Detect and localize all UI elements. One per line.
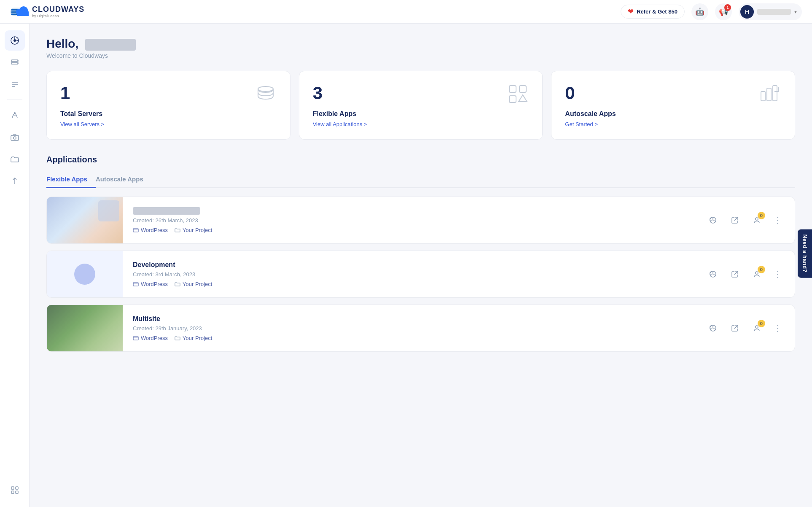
app-thumbnail-1	[47, 197, 123, 243]
camera-icon	[10, 132, 19, 142]
user-name-greeting-blur	[85, 39, 136, 51]
get-started-link[interactable]: Get Started >	[565, 121, 781, 127]
help-tab[interactable]: Need a hand?	[798, 229, 812, 278]
tab-autoscale-apps[interactable]: Autoscale Apps	[96, 171, 152, 188]
external-link-button-2[interactable]	[727, 267, 742, 282]
more-menu-button-3[interactable]: ⋮	[771, 321, 785, 335]
sidebar-item-migration[interactable]	[5, 171, 25, 191]
logo: CLOUDWAYS by DigitalOcean	[10, 4, 94, 19]
user-menu-button[interactable]: H ▾	[739, 3, 802, 20]
svg-rect-24	[16, 487, 18, 489]
app-info-1: Created: 26th March, 2023 WordPress Y	[123, 200, 705, 240]
more-menu-button-2[interactable]: ⋮	[771, 267, 785, 281]
view-all-apps-link[interactable]: View all Applications >	[313, 121, 529, 127]
notification-button[interactable]: 📢 1	[715, 3, 732, 20]
sidebar-item-monitor[interactable]	[5, 127, 25, 147]
external-link-icon	[731, 216, 739, 224]
svg-point-27	[258, 86, 273, 92]
svg-rect-35	[133, 229, 138, 232]
tab-flexible-apps[interactable]: Flexible Apps	[46, 171, 96, 188]
app-name-row-2: Development	[133, 261, 695, 269]
history-icon	[709, 216, 717, 224]
app-tabs: Flexible Apps Autoscale Apps	[46, 171, 795, 188]
view-all-servers-link[interactable]: View all Servers >	[60, 121, 277, 127]
svg-rect-29	[519, 86, 526, 92]
svg-rect-32	[761, 92, 765, 101]
svg-line-38	[734, 217, 738, 221]
svg-rect-34	[773, 86, 777, 101]
main-content: Hello, Welcome to Cloudways 1 Total Serv…	[30, 24, 812, 507]
app-project-3: Your Project	[175, 335, 212, 341]
app-platform-1: WordPress	[133, 227, 168, 233]
sidebar-item-dashboard[interactable]	[5, 30, 25, 51]
deploy-icon	[10, 111, 19, 120]
app-created-3: Created: 29th January, 2023	[133, 325, 695, 332]
hello-text: Hello,	[46, 37, 78, 50]
folder-tag-icon-3	[175, 335, 180, 341]
sidebar-item-servers[interactable]	[5, 52, 25, 73]
svg-point-15	[17, 63, 18, 64]
svg-rect-25	[11, 491, 14, 494]
backup-button-2[interactable]	[705, 267, 721, 282]
svg-point-14	[17, 60, 18, 61]
collaborator-button-3[interactable]: 0	[749, 321, 764, 336]
backup-button-3[interactable]	[705, 321, 721, 336]
svg-rect-7	[17, 12, 29, 16]
topnav: CLOUDWAYS by DigitalOcean ❤ Refer & Get …	[0, 0, 812, 24]
wordpress-icon-2	[133, 281, 139, 287]
list-icon	[10, 80, 19, 89]
svg-rect-41	[133, 283, 138, 286]
refer-button[interactable]: ❤ Refer & Get $50	[621, 5, 685, 19]
svg-rect-28	[509, 86, 516, 92]
flexible-apps-count: 3	[313, 83, 529, 103]
more-menu-button-1[interactable]: ⋮	[771, 213, 785, 227]
history-icon-2	[709, 270, 717, 278]
history-icon-3	[709, 324, 717, 332]
app-tags-2: WordPress Your Project	[133, 281, 695, 287]
flexible-apps-label: Flexible Apps	[313, 110, 529, 118]
stat-card-servers: 1 Total Servers View all Servers >	[46, 71, 290, 140]
svg-line-44	[734, 271, 738, 275]
svg-rect-26	[16, 491, 18, 494]
dashboard-icon	[10, 36, 19, 45]
stat-card-autoscale: 0 Autoscale Apps Get Started >	[551, 71, 795, 140]
bot-icon-button[interactable]: 🤖	[691, 3, 708, 20]
grid-icon	[10, 485, 19, 495]
sidebar-divider	[7, 100, 22, 100]
app-card-2: Development Created: 3rd March, 2023 Wor…	[46, 251, 795, 298]
svg-rect-20	[11, 135, 19, 140]
logo-sub: by DigitalOcean	[32, 14, 84, 18]
sidebar-item-grid[interactable]	[5, 480, 25, 500]
app-name-3: Multisite	[133, 315, 160, 323]
app-card-1: Created: 26th March, 2023 WordPress Y	[46, 197, 795, 244]
svg-point-40	[74, 264, 95, 285]
svg-point-45	[756, 272, 758, 274]
servers-icon	[10, 58, 19, 67]
app-tags-1: WordPress Your Project	[133, 227, 695, 233]
app-project-1: Your Project	[175, 227, 212, 233]
migration-icon	[10, 176, 19, 186]
app-name-row-3: Multisite	[133, 315, 695, 323]
app-created-2: Created: 3rd March, 2023	[133, 271, 695, 278]
svg-point-39	[756, 218, 758, 220]
greeting-heading: Hello,	[46, 37, 795, 51]
folder-tag-icon-2	[175, 281, 180, 287]
backup-button-1[interactable]	[705, 213, 721, 228]
app-actions-3: 0 ⋮	[705, 321, 795, 336]
avatar: H	[740, 5, 754, 19]
app-name-2: Development	[133, 261, 175, 269]
logo-text: CLOUDWAYS by DigitalOcean	[32, 5, 84, 18]
external-link-button-1[interactable]	[727, 213, 742, 228]
refer-label: Refer & Get $50	[637, 8, 678, 15]
sidebar-item-projects[interactable]	[5, 149, 25, 169]
collaborator-button-1[interactable]: 0	[749, 213, 764, 228]
svg-line-49	[734, 325, 738, 329]
external-link-button-3[interactable]	[727, 321, 742, 336]
collaborator-button-2[interactable]: 0	[749, 267, 764, 282]
sidebar-item-deploy[interactable]	[5, 105, 25, 125]
sidebar	[0, 24, 30, 507]
sidebar-item-applications[interactable]	[5, 74, 25, 94]
collab-count-2: 0	[758, 266, 765, 273]
app-thumbnail-3	[47, 305, 123, 351]
folder-icon	[10, 154, 19, 164]
